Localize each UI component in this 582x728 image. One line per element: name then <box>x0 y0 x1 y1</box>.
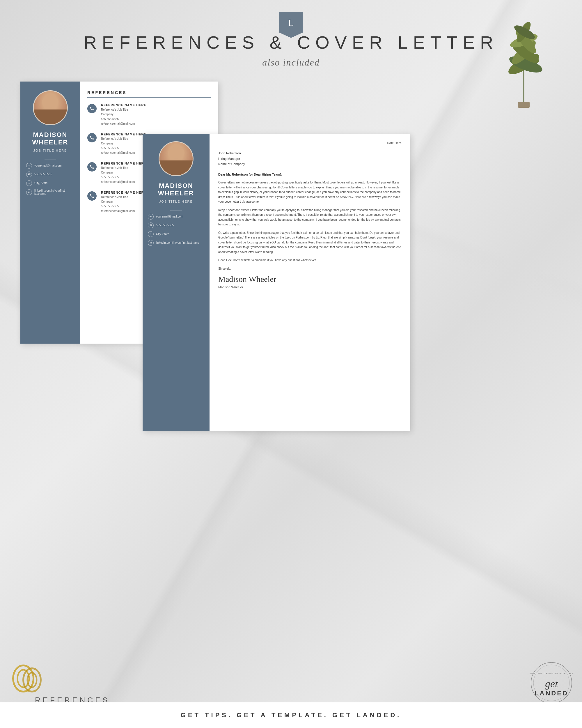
gold-clips <box>9 664 47 693</box>
footer-bar: GET TIPS. GET A TEMPLATE. GET LANDED. <box>0 702 582 728</box>
documents-area: MADISON WHEELER JOB TITLE HERE ✉ yourema… <box>15 81 567 670</box>
cover-recipient: John Robertson Hiring Manager Name of Co… <box>218 151 401 167</box>
cover-para-5: Sincerely, <box>218 266 401 271</box>
cover-para-3: Or, write a pain letter. Show the hiring… <box>218 231 401 255</box>
svg-rect-9 <box>518 102 530 108</box>
signature-script: Madison Wheeler <box>218 275 401 284</box>
cover-photo-face <box>160 142 193 175</box>
cover-para-2: Keep it short and sweet. Flatter the com… <box>218 208 401 227</box>
cover-photo-circle <box>159 141 194 176</box>
cover-para-1: Cover letters are not necessary unless t… <box>218 180 401 204</box>
ref-phone-icon-3 <box>87 162 96 172</box>
cover-para-4: Good luck! Don't hesitate to email me if… <box>218 258 401 263</box>
logo-badge: L <box>279 11 303 38</box>
contact-location: ⌂ City, State <box>26 180 74 186</box>
sidebar-job-title: JOB TITLE HERE <box>33 149 67 152</box>
photo-circle <box>33 90 68 125</box>
ref-info-1: REFERENCE NAME HERE Reference's Job Titl… <box>101 103 211 126</box>
contact-linkedin: in linkedin.com/in/yourfirst-lastname <box>26 189 74 196</box>
phone-icon: ☎ <box>26 172 32 177</box>
cover-content: Date Here John Robertson Hiring Manager … <box>210 134 410 431</box>
references-sidebar: MADISON WHEELER JOB TITLE HERE ✉ yourema… <box>20 81 80 344</box>
ref-name-1: REFERENCE NAME HERE <box>101 103 211 107</box>
cover-email-icon: ✉ <box>148 214 154 219</box>
cover-date: Date Here <box>218 141 401 145</box>
cover-sidebar: MADISON WHEELER JOB TITLE HERE ✉ yourema… <box>143 134 210 431</box>
ref-phone-icon-4 <box>87 191 96 201</box>
signature-print: Madison Wheeler <box>218 285 401 289</box>
plant-decoration <box>480 6 567 108</box>
cover-phone-icon: ☎ <box>148 223 154 228</box>
cover-greeting: Dear Mr. Robertson (or Dear Hiring Team)… <box>218 173 401 176</box>
linkedin-icon: in <box>26 189 32 195</box>
photo-face <box>34 91 67 124</box>
reference-item-1: REFERENCE NAME HERE Reference's Job Titl… <box>87 103 211 126</box>
sidebar-name: MADISON WHEELER <box>32 131 68 147</box>
ref-phone-icon-1 <box>87 104 96 113</box>
section-line <box>87 97 211 98</box>
cover-contact-linkedin: in linkedin.com/in/yourfirst-lastname <box>148 240 204 246</box>
landed-badge: RESUME DESIGNS FOR THE get LANDED <box>530 661 573 705</box>
section-title: REFERENCES <box>87 90 211 95</box>
contact-phone: ☎ 555.555.5555 <box>26 172 74 177</box>
cover-contact-phone: ☎ 555.555.5555 <box>148 223 204 228</box>
svg-text:LANDED: LANDED <box>534 690 568 697</box>
cover-contact-location: ⌂ City, State <box>148 231 204 237</box>
svg-text:get: get <box>545 678 558 690</box>
ref-phone-icon-2 <box>87 133 96 142</box>
cover-sidebar-job-title: JOB TITLE HERE <box>159 200 193 203</box>
location-icon: ⌂ <box>26 180 32 186</box>
email-icon: ✉ <box>26 163 32 168</box>
ref-detail-1: Reference's Job Title Company 555.555.55… <box>101 107 211 126</box>
cover-letter-document: MADISON WHEELER JOB TITLE HERE ✉ yourema… <box>143 134 410 431</box>
cover-location-icon: ⌂ <box>148 231 154 237</box>
svg-text:RESUME DESIGNS FOR THE: RESUME DESIGNS FOR THE <box>530 672 573 675</box>
cover-contact-email: ✉ youremail@mail.com <box>148 214 204 219</box>
cover-sidebar-name: MADISON WHEELER <box>158 182 194 198</box>
contact-email: ✉ youremail@mail.com <box>26 163 74 168</box>
cover-linkedin-icon: in <box>148 240 154 246</box>
footer-text: GET TIPS. GET A TEMPLATE. GET LANDED. <box>181 711 401 719</box>
logo-letter: L <box>288 18 294 28</box>
